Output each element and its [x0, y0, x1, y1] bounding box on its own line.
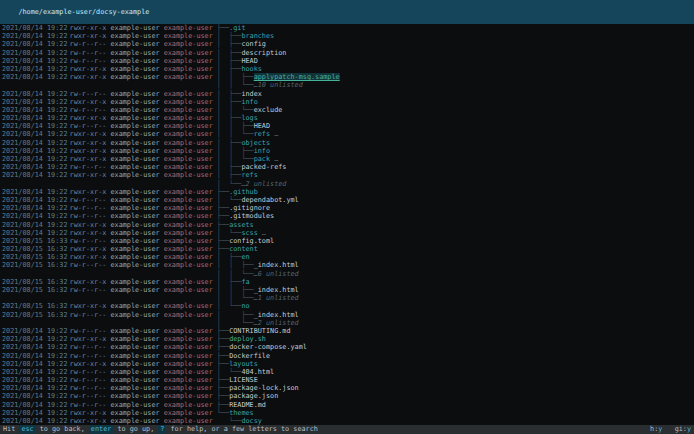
- row-group: example-user: [164, 327, 217, 335]
- tree-row[interactable]: 2021/08/14 19:22rwxr-xr-xexample-userexa…: [0, 188, 694, 196]
- row-owner: example-user: [110, 417, 163, 425]
- row-permissions: rwxr-xr-x: [70, 229, 111, 237]
- tree-row[interactable]: 2021/08/14 19:22rwxr-xr-xexample-userexa…: [0, 417, 694, 425]
- tree-row[interactable]: 2021/08/14 19:22rwxr-xr-xexample-userexa…: [0, 32, 694, 40]
- row-group: example-user: [164, 24, 217, 32]
- row-group: example-user: [164, 139, 217, 147]
- tree-row[interactable]: 2021/08/14 19:22rw-r--r--example-userexa…: [0, 327, 694, 335]
- row-permissions: rwxr-xr-x: [70, 253, 111, 261]
- row-modified-date: 2021/08/14 19:22: [0, 32, 70, 40]
- tree-row[interactable]: 2021/08/15 16:32rw-r--r--example-userexa…: [0, 311, 694, 319]
- tree-row[interactable]: 2021/08/14 19:22rw-r--r--example-userexa…: [0, 40, 694, 48]
- row-group: example-user: [164, 352, 217, 360]
- entry-name: docker-compose.yaml: [229, 343, 307, 351]
- tree-row[interactable]: 2021/08/14 19:22rwxr-xr-xexample-userexa…: [0, 409, 694, 417]
- tree-row[interactable]: 2021/08/14 19:22rw-r--r--example-userexa…: [0, 204, 694, 212]
- tree-row[interactable]: 2021/08/14 19:22rw-r--r--example-userexa…: [0, 49, 694, 57]
- root-path-bar[interactable]: /home/example-user/docsy-example: [0, 0, 694, 24]
- row-permissions: rw-r--r--: [70, 196, 111, 204]
- row-permissions: rw-r--r--: [70, 212, 111, 220]
- tree-branch-glyphs: │ └──: [217, 180, 242, 188]
- tree-row[interactable]: 2021/08/14 19:22rw-r--r--example-userexa…: [0, 352, 694, 360]
- row-modified-date: 2021/08/14 19:22: [0, 335, 70, 343]
- row-permissions: rwxr-xr-x: [70, 360, 111, 368]
- tree-branch-glyphs: ├──: [217, 212, 229, 220]
- tree-row[interactable]: 2021/08/14 19:22rwxr-xr-xexample-userexa…: [0, 171, 694, 179]
- tree-row[interactable]: │ │ └──…10 unlisted: [0, 81, 694, 89]
- tree-row[interactable]: 2021/08/14 19:22rwxr-xr-xexample-userexa…: [0, 130, 694, 138]
- tree-row[interactable]: │ └──…2 unlisted: [0, 319, 694, 327]
- tree-row[interactable]: 2021/08/14 19:22rw-r--r--example-userexa…: [0, 163, 694, 171]
- row-group: example-user: [164, 130, 217, 138]
- tree-row[interactable]: 2021/08/15 16:33rw-r--r--example-userexa…: [0, 237, 694, 245]
- esc-key[interactable]: esc: [19, 425, 35, 434]
- tree-branch-glyphs: ├──: [217, 221, 229, 229]
- tree-row[interactable]: 2021/08/14 19:22rw-r--r--example-userexa…: [0, 343, 694, 351]
- tree-row[interactable]: 2021/08/14 19:22rw-r--r--example-userexa…: [0, 122, 694, 130]
- entry-name: index: [241, 90, 261, 98]
- tree-row[interactable]: 2021/08/14 19:22rwxr-xr-xexample-userexa…: [0, 114, 694, 122]
- row-modified-date: 2021/08/14 19:22: [0, 204, 70, 212]
- tree-row[interactable]: 2021/08/14 19:22rw-r--r--example-userexa…: [0, 196, 694, 204]
- tree-row[interactable]: 2021/08/14 19:22rw-r--r--example-userexa…: [0, 57, 694, 65]
- tree-row[interactable]: 2021/08/15 16:32rwxr-xr-xexample-userexa…: [0, 302, 694, 310]
- row-permissions: rwxr-xr-x: [70, 114, 111, 122]
- tree-row[interactable]: │ │ └──…6 unlisted: [0, 270, 694, 278]
- row-group: example-user: [164, 147, 217, 155]
- tree-row[interactable]: 2021/08/14 19:22rwxr-xr-xexample-userexa…: [0, 221, 694, 229]
- entry-name: dependabot.yml: [241, 196, 298, 204]
- tree-row[interactable]: 2021/08/14 19:22rw-r--r--example-userexa…: [0, 401, 694, 409]
- row-permissions: rw-r--r--: [70, 368, 111, 376]
- tree-row[interactable]: 2021/08/14 19:22rwxr-xr-xexample-userexa…: [0, 335, 694, 343]
- row-owner: example-user: [110, 122, 163, 130]
- row-modified-date: 2021/08/14 19:22: [0, 196, 70, 204]
- tree-row[interactable]: 2021/08/14 19:22rwxr-xr-xexample-userexa…: [0, 139, 694, 147]
- tree-row[interactable]: │ └──…2 unlisted: [0, 180, 694, 188]
- row-owner: example-user: [110, 155, 163, 163]
- tree-row[interactable]: 2021/08/14 19:22rw-r--r--example-userexa…: [0, 106, 694, 114]
- tree-row[interactable]: 2021/08/14 19:22rwxr-xr-xexample-userexa…: [0, 65, 694, 73]
- tree-row[interactable]: 2021/08/14 19:22rwxr-xr-xexample-userexa…: [0, 360, 694, 368]
- tree-row[interactable]: 2021/08/14 19:22rw-r--r--example-userexa…: [0, 368, 694, 376]
- tree-row[interactable]: 2021/08/14 19:22rw-r--r--example-userexa…: [0, 212, 694, 220]
- tree-row[interactable]: 2021/08/15 16:32rwxr-xr-xexample-userexa…: [0, 245, 694, 253]
- tree-row[interactable]: 2021/08/15 16:32rwxr-xr-xexample-userexa…: [0, 278, 694, 286]
- row-group: example-user: [164, 261, 217, 269]
- tree-branch-glyphs: │ ├──: [217, 278, 242, 286]
- entry-name: description: [241, 49, 286, 57]
- tree-row[interactable]: 2021/08/14 19:22rwxr-xr-xexample-userexa…: [0, 24, 694, 32]
- directory-name: fa: [241, 278, 249, 286]
- row-group: example-user: [164, 98, 217, 106]
- row-owner: example-user: [110, 335, 163, 343]
- tree-row[interactable]: 2021/08/14 19:22rw-r--r--example-userexa…: [0, 376, 694, 384]
- tree-branch-glyphs: │ ├──: [217, 57, 242, 65]
- row-group: example-user: [164, 278, 217, 286]
- tree-row[interactable]: 2021/08/14 19:22rwxr-xr-xexample-userexa…: [0, 155, 694, 163]
- flag-gap: [662, 425, 674, 433]
- enter-key[interactable]: enter: [89, 425, 113, 434]
- row-permissions: rwxr-xr-x: [70, 65, 111, 73]
- help-key[interactable]: ?: [158, 425, 166, 434]
- tree-branch-glyphs: ├──: [217, 352, 229, 360]
- tree-row[interactable]: 2021/08/14 19:22rwxr-xr-xexample-userexa…: [0, 229, 694, 237]
- row-group: example-user: [164, 106, 217, 114]
- tree-row[interactable]: 2021/08/15 16:32rwxr-xr-xexample-userexa…: [0, 253, 694, 261]
- status-bar: Hit esc to go back, enter to go up, ? fo…: [0, 425, 694, 434]
- row-permissions: rwxr-xr-x: [70, 335, 111, 343]
- tree-row[interactable]: 2021/08/15 16:32rw-r--r--example-userexa…: [0, 261, 694, 269]
- tree-row[interactable]: 2021/08/14 19:22rwxr-xr-xexample-userexa…: [0, 73, 694, 81]
- tree-row[interactable]: 2021/08/14 19:22rwxr-xr-xexample-userexa…: [0, 147, 694, 155]
- row-modified-date: 2021/08/14 19:22: [0, 114, 70, 122]
- tree-row[interactable]: │ │ └──…1 unlisted: [0, 294, 694, 302]
- tree-branch-glyphs: │ ├──: [217, 49, 242, 57]
- tree-row[interactable]: 2021/08/14 19:22rw-r--r--example-userexa…: [0, 392, 694, 400]
- tree-branch-glyphs: │ ├──: [217, 139, 242, 147]
- tree-row[interactable]: 2021/08/14 19:22rw-r--r--example-userexa…: [0, 384, 694, 392]
- tree-row[interactable]: 2021/08/14 19:22rwxr-xr-xexample-userexa…: [0, 98, 694, 106]
- tree-branch-glyphs: └──: [217, 409, 229, 417]
- row-owner: example-user: [110, 98, 163, 106]
- tree-row[interactable]: 2021/08/15 16:32rw-r--r--example-userexa…: [0, 286, 694, 294]
- tree-row[interactable]: 2021/08/14 19:22rw-r--r--example-userexa…: [0, 90, 694, 98]
- row-modified-date: 2021/08/15 16:32: [0, 302, 70, 310]
- row-group: example-user: [164, 32, 217, 40]
